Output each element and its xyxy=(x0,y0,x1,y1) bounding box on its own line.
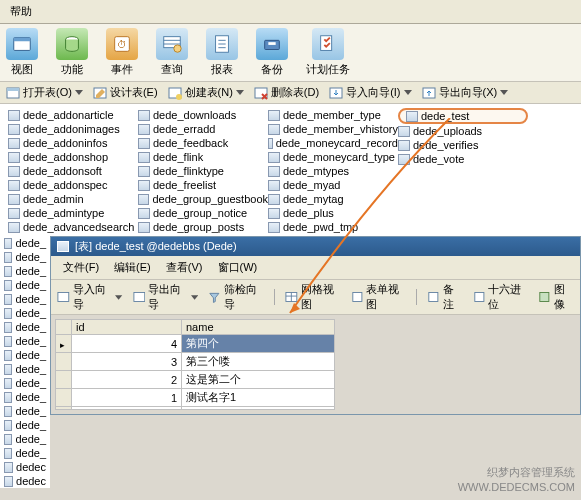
table-item[interactable]: dedec xyxy=(0,474,50,488)
table-item[interactable]: dede_feedback xyxy=(138,136,268,150)
tool-func[interactable]: 功能 xyxy=(56,28,88,77)
table-row[interactable]: 2这是第二个 xyxy=(56,371,335,389)
cell-id[interactable]: 1 xyxy=(72,389,182,407)
child-memo-button[interactable]: 备注 xyxy=(427,282,463,312)
row-header[interactable] xyxy=(56,335,72,353)
row-header-corner[interactable] xyxy=(56,320,72,335)
tool-schedule[interactable]: 计划任务 xyxy=(306,28,350,77)
table-row[interactable]: 3第三个喽 xyxy=(56,353,335,371)
table-item[interactable]: dede_freelist xyxy=(138,178,268,192)
table-row-empty[interactable] xyxy=(56,407,335,410)
delete-table-button[interactable]: 删除表(D) xyxy=(254,85,319,100)
table-item[interactable]: dede_flink xyxy=(138,150,268,164)
menu-view[interactable]: 查看(V) xyxy=(160,258,209,277)
tool-report[interactable]: 报表 xyxy=(206,28,238,77)
table-item[interactable]: dede_erradd xyxy=(138,122,268,136)
tool-view[interactable]: 视图 xyxy=(6,28,38,77)
table-item[interactable]: dede_group_notice xyxy=(138,206,268,220)
cell-name[interactable]: 第四个 xyxy=(182,335,335,353)
tool-backup[interactable]: 备份 xyxy=(256,28,288,77)
table-item[interactable]: dede_pwd_tmp xyxy=(268,220,398,234)
cell-name[interactable]: 第三个喽 xyxy=(182,353,335,371)
cell-name[interactable]: 这是第二个 xyxy=(182,371,335,389)
table-item[interactable]: dede_myad xyxy=(268,178,398,192)
create-table-button[interactable]: 创建表(N) xyxy=(168,85,244,100)
child-import-button[interactable]: 导入向导 xyxy=(57,282,123,312)
table-item[interactable]: dede_ xyxy=(0,390,50,404)
table-item[interactable]: dede_ xyxy=(0,250,50,264)
menu-help[interactable]: 帮助 xyxy=(6,2,36,21)
table-item[interactable]: dede_mtypes xyxy=(268,164,398,178)
table-item[interactable]: dede_plus xyxy=(268,206,398,220)
table-item[interactable]: dede_ xyxy=(0,236,50,250)
child-formview-button[interactable]: 表单视图 xyxy=(351,282,407,312)
import-wizard-button[interactable]: 导入向导(I) xyxy=(329,85,411,100)
export-wizard-button[interactable]: 导出向导(X) xyxy=(422,85,509,100)
table-item[interactable]: dede_member_type xyxy=(268,108,398,122)
open-table-button[interactable]: 打开表(O) xyxy=(6,85,83,100)
table-item[interactable]: dede_ xyxy=(0,418,50,432)
table-item[interactable]: dede_advancedsearch xyxy=(8,220,138,234)
row-header[interactable] xyxy=(56,353,72,371)
table-item[interactable]: dede_admin xyxy=(8,192,138,206)
table-item[interactable]: dede_addonsoft xyxy=(8,164,138,178)
table-row[interactable]: 1测试名字1 xyxy=(56,389,335,407)
table-item[interactable]: dede_ xyxy=(0,320,50,334)
table-item[interactable]: dedec xyxy=(0,460,50,474)
table-item[interactable]: dede_ xyxy=(0,432,50,446)
table-item[interactable]: dede_ xyxy=(0,362,50,376)
table-item[interactable]: dede_addonshop xyxy=(8,150,138,164)
table-item[interactable]: dede_mytag xyxy=(268,192,398,206)
table-item[interactable]: dede_flinktype xyxy=(138,164,268,178)
table-item[interactable]: dede_group_posts xyxy=(138,220,268,234)
table-item[interactable]: dede_downloads xyxy=(138,108,268,122)
menu-window[interactable]: 窗口(W) xyxy=(212,258,264,277)
table-item-label: dede_mytag xyxy=(283,193,344,205)
table-item[interactable]: dede_ xyxy=(0,278,50,292)
menu-edit[interactable]: 编辑(E) xyxy=(108,258,157,277)
child-image-button[interactable]: 图像 xyxy=(538,282,574,312)
design-table-button[interactable]: 设计表(E) xyxy=(93,85,158,100)
row-header[interactable] xyxy=(56,389,72,407)
row-header[interactable] xyxy=(56,371,72,389)
table-item[interactable]: dede_addonspec xyxy=(8,178,138,192)
import-icon xyxy=(329,86,343,100)
cell-name[interactable]: 测试名字1 xyxy=(182,389,335,407)
table-item[interactable]: dede_ xyxy=(0,348,50,362)
table-item[interactable]: dede_member_vhistory xyxy=(268,122,398,136)
table-item[interactable]: dede_addonarticle xyxy=(8,108,138,122)
table-item[interactable]: dede_admintype xyxy=(8,206,138,220)
child-window-titlebar[interactable]: [表] dede_test @dedebbs (Dede) xyxy=(51,237,580,256)
table-item[interactable]: dede_addonimages xyxy=(8,122,138,136)
table-item[interactable]: dede_ xyxy=(0,292,50,306)
cell-id[interactable]: 3 xyxy=(72,353,182,371)
table-item[interactable]: dede_uploads xyxy=(398,124,528,138)
table-item[interactable]: dede_moneycard_record xyxy=(268,136,398,150)
table-item[interactable]: dede_ xyxy=(0,306,50,320)
tool-event[interactable]: ⏱ 事件 xyxy=(106,28,138,77)
table-item[interactable]: dede_ xyxy=(0,334,50,348)
table-item[interactable]: dede_addoninfos xyxy=(8,136,138,150)
child-export-button[interactable]: 导出向导 xyxy=(133,282,199,312)
table-row[interactable]: 4第四个 xyxy=(56,335,335,353)
table-item[interactable]: dede_test xyxy=(398,108,528,124)
child-filter-button[interactable]: 筛检向导 xyxy=(208,282,264,312)
column-header-id[interactable]: id xyxy=(72,320,182,335)
menu-file[interactable]: 文件(F) xyxy=(57,258,105,277)
tool-query[interactable]: 查询 xyxy=(156,28,188,77)
data-grid[interactable]: id name 4第四个3第三个喽2这是第二个1测试名字1 xyxy=(55,319,335,410)
table-item[interactable]: dede_group_guestbook xyxy=(138,192,268,206)
child-gridview-button[interactable]: 网格视图 xyxy=(285,282,341,312)
child-hex-button[interactable]: 十六进位 xyxy=(473,282,529,312)
table-item[interactable]: dede_moneycard_type xyxy=(268,150,398,164)
table-item[interactable]: dede_verifies xyxy=(398,138,528,152)
cell-id[interactable]: 2 xyxy=(72,371,182,389)
table-item[interactable]: dede_ xyxy=(0,446,50,460)
column-header-name[interactable]: name xyxy=(182,320,335,335)
cell-id[interactable]: 4 xyxy=(72,335,182,353)
table-item[interactable]: dede_ xyxy=(0,404,50,418)
table-item-label: dede_ xyxy=(15,307,46,319)
table-item[interactable]: dede_vote xyxy=(398,152,528,166)
table-item[interactable]: dede_ xyxy=(0,264,50,278)
table-item[interactable]: dede_ xyxy=(0,376,50,390)
